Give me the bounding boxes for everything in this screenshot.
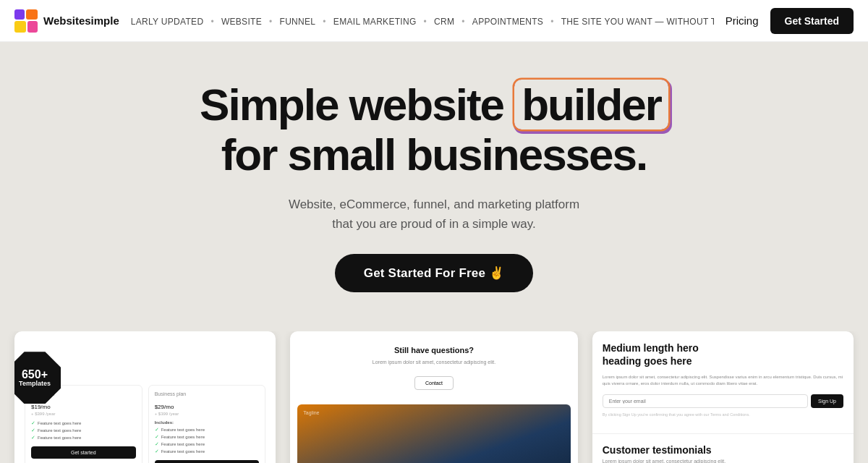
section-preview-image: Tagline Medium length sectionheading goe… [297, 404, 570, 463]
business-plan-sub: + $399 /year [155, 412, 260, 416]
hero-subtitle-line1: Website, eCommerce, funnel, and marketin… [289, 197, 579, 211]
fine-print: By clicking Sign Up you're confirming th… [603, 412, 843, 418]
includes-label: Includes: [155, 420, 260, 425]
svg-rect-0 [14, 9, 25, 20]
navbar: Websitesimple LARLY UPDATED• WEBSITE• FU… [0, 0, 868, 42]
testimonials-subtitle: Lorem ipsum dolor sit amet, consectetur … [603, 459, 843, 463]
svg-rect-3 [27, 21, 38, 33]
testimonials-title: Customer testimonials [603, 444, 843, 456]
pricing-row: Basic plan $19/mo + $399 /year ✓Feature … [25, 385, 265, 463]
pricing-link[interactable]: Pricing [726, 14, 759, 27]
logo[interactable]: Websitesimple [14, 9, 119, 33]
nav-marquee: LARLY UPDATED• WEBSITE• FUNNEL• EMAIL MA… [131, 17, 714, 27]
questions-title: Still have questions? [302, 346, 566, 354]
basic-feature-2: ✓Feature text goes here [31, 428, 136, 433]
hero-title: Simple website builder for small busines… [14, 80, 854, 180]
business-feature-3: ✓Feature text goes here [155, 441, 260, 447]
contact-button[interactable]: Contact [414, 376, 454, 390]
questions-subtitle: Lorem ipsum dolor sit amet, consectetur … [302, 359, 566, 366]
hero-cta-button[interactable]: Get Started For Free ✌️ [335, 254, 534, 292]
card3-body: Lorem ipsum dolor sit amet, consectetur … [603, 374, 843, 387]
nav-right: Pricing Get Started [726, 8, 854, 34]
hero-signup-card-inner: Medium length heroheading goes here Lore… [592, 331, 854, 428]
nav-marquee-wrapper: LARLY UPDATED• WEBSITE• FUNNEL• EMAIL MA… [131, 14, 714, 27]
testimonials-section: Customer testimonials Lorem ipsum dolor … [592, 434, 854, 463]
basic-feature-3: ✓Feature text goes here [31, 435, 136, 441]
badge-number: 650+ [22, 368, 48, 381]
image-tag: Tagline [303, 410, 319, 415]
preview-strip: 650+ Templates Basic plan $19/mo + $399 … [0, 331, 868, 463]
business-plan-button[interactable]: Get started [155, 460, 260, 463]
business-feature-1: ✓Feature text goes here [155, 427, 260, 433]
email-input[interactable] [603, 394, 808, 408]
badge-label: Templates [19, 381, 51, 388]
hero-title-highlight: builder [514, 80, 668, 129]
preview-card-pricing: 650+ Templates Basic plan $19/mo + $399 … [14, 331, 276, 463]
hero-title-part2: for small businesses. [221, 129, 647, 179]
logo-text: Websitesimple [43, 14, 119, 27]
business-plan-label: Business plan [155, 391, 260, 396]
questions-card-inner: Still have questions? Lorem ipsum dolor … [290, 331, 577, 404]
business-plan-price: $29/mo [155, 399, 260, 412]
preview-card-hero-signup: Medium length heroheading goes here Lore… [592, 331, 854, 463]
get-started-nav-button[interactable]: Get Started [770, 8, 854, 34]
basic-plan-sub: + $399 /year [31, 412, 136, 416]
business-feature-4: ✓Feature text goes here [155, 449, 260, 454]
hero-subtitle: Website, eCommerce, funnel, and marketin… [14, 195, 854, 234]
hero-section: Simple website builder for small busines… [0, 42, 868, 314]
svg-rect-2 [14, 21, 26, 33]
svg-rect-1 [26, 9, 38, 20]
card3-heading: Medium length heroheading goes here [603, 341, 843, 368]
email-signup-row: Sign Up [603, 394, 843, 408]
preview-card-questions: Still have questions? Lorem ipsum dolor … [290, 331, 577, 463]
hero-title-part1: Simple website [200, 80, 514, 129]
basic-plan-button[interactable]: Get started [31, 446, 136, 459]
hero-subtitle-line2: that you are proud of in a simple way. [332, 217, 535, 231]
business-feature-2: ✓Feature text goes here [155, 434, 260, 440]
basic-feature-1: ✓Feature text goes here [31, 420, 136, 426]
pricing-card-inner: Basic plan $19/mo + $399 /year ✓Feature … [14, 331, 276, 463]
business-plan-col: Business plan $29/mo + $399 /year Includ… [148, 385, 266, 463]
signup-button[interactable]: Sign Up [811, 394, 843, 408]
